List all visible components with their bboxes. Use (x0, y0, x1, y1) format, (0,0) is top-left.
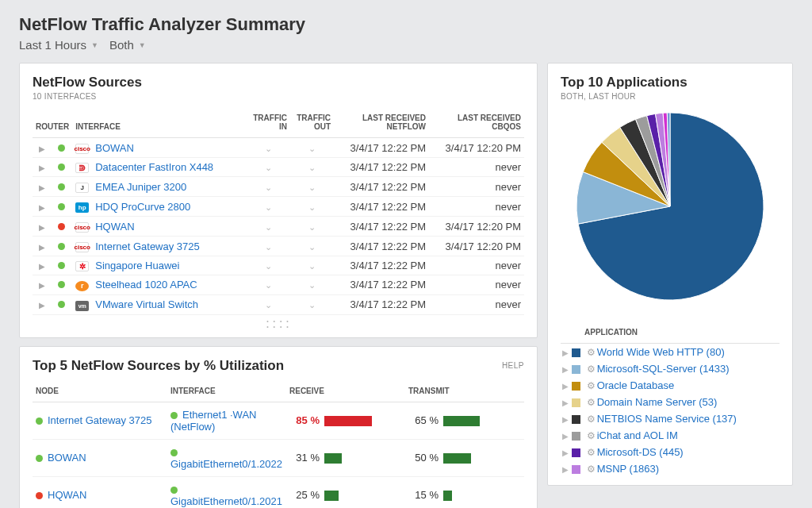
expand-icon[interactable]: ▶ (562, 398, 572, 407)
netflow-sources-panel: NetFlow Sources 10 INTERFACES ROUTER INT… (19, 63, 538, 338)
netflow-time: 3/4/17 12:22 PM (334, 294, 429, 314)
expand-icon[interactable]: ▶ (562, 348, 572, 357)
netflow-time: 3/4/17 12:22 PM (334, 197, 429, 217)
chevron-down-icon[interactable]: ⌄ (265, 222, 272, 232)
application-link[interactable]: Oracle Database (597, 379, 675, 391)
expand-icon[interactable]: ▶ (39, 243, 45, 252)
expand-icon[interactable]: ▶ (39, 164, 45, 172)
node-link[interactable]: HQWAN (48, 489, 86, 501)
expand-icon[interactable]: ▶ (562, 365, 572, 374)
expand-icon[interactable]: ▶ (562, 448, 572, 457)
interface-link[interactable]: BOWAN (95, 142, 134, 154)
expand-icon[interactable]: ▶ (39, 301, 45, 310)
chevron-down-icon[interactable]: ⌄ (265, 261, 272, 271)
direction-filter[interactable]: Both ▼ (109, 38, 146, 52)
chevron-down-icon[interactable]: ⌄ (308, 242, 316, 252)
chevron-down-icon[interactable]: ⌄ (308, 183, 316, 192)
interface-link[interactable]: Steelhead 1020 APAC (95, 279, 197, 291)
interface-link[interactable]: HQWAN (95, 221, 134, 233)
application-link[interactable]: iChat and AOL IM (597, 429, 678, 441)
application-link[interactable]: Microsoft-DS (445) (597, 446, 684, 458)
node-link[interactable]: Internet Gateway 3725 (48, 414, 152, 426)
col-node: NODE (33, 382, 167, 402)
list-item: ▶ ⚙Microsoft-DS (445) (561, 444, 779, 460)
panel-title: NetFlow Sources (33, 75, 524, 90)
cbqos-time: 3/4/17 12:20 PM (429, 217, 524, 237)
application-link[interactable]: MSNP (1863) (597, 463, 660, 475)
expand-icon[interactable]: ▶ (39, 203, 45, 212)
utilization-table: NODE INTERFACE RECEIVE TRANSMIT Internet… (33, 382, 524, 509)
interface-link[interactable]: Internet Gateway 3725 (95, 241, 200, 252)
chevron-down-icon[interactable]: ⌄ (265, 202, 272, 212)
chevron-down-icon[interactable]: ⌄ (308, 163, 316, 172)
time-filter[interactable]: Last 1 Hours ▼ (19, 38, 98, 52)
help-link[interactable]: HELP (502, 361, 524, 370)
netflow-time: 3/4/17 12:22 PM (334, 217, 429, 237)
chevron-down-icon[interactable]: ⌄ (265, 300, 272, 310)
expand-icon[interactable]: ▶ (39, 262, 45, 271)
list-item: ▶ ⚙Microsoft-SQL-Server (1433) (561, 360, 779, 377)
chevron-down-icon[interactable]: ⌄ (265, 163, 272, 172)
col-interface: INTERFACE (72, 109, 247, 138)
expand-icon[interactable]: ▶ (562, 415, 572, 424)
interface-link[interactable]: Datacenter FastIron X448 (95, 161, 213, 173)
application-link[interactable]: World Wide Web HTTP (80) (597, 346, 725, 358)
interface-link[interactable]: GigabitEthernet0/1.2021 (170, 495, 282, 507)
interface-link[interactable]: EMEA Juniper 3200 (95, 181, 186, 193)
gear-icon[interactable]: ⚙ (587, 430, 596, 441)
chevron-down-icon[interactable]: ⌄ (308, 261, 316, 271)
table-row: ▶ciscoHQWAN⌄⌄3/4/17 12:22 PM3/4/17 12:20… (33, 217, 524, 237)
netflow-time: 3/4/17 12:22 PM (334, 158, 429, 177)
huawei-vendor-icon: ✲ (75, 261, 89, 271)
expand-icon[interactable]: ▶ (562, 432, 572, 441)
cbqos-time: 3/4/17 12:20 PM (429, 237, 524, 256)
top-apps-panel: Top 10 Applications BOTH, LAST HOUR APPL… (547, 63, 793, 486)
interface-link[interactable]: Singapore Huawei (95, 260, 179, 271)
cbqos-time: never (429, 294, 524, 314)
chevron-down-icon[interactable]: ⌄ (265, 144, 272, 153)
chevron-down-icon[interactable]: ⌄ (308, 144, 316, 153)
cisco-vendor-icon: cisco (75, 222, 89, 233)
interface-link[interactable]: GigabitEthernet0/1.2022 (170, 458, 282, 470)
gear-icon[interactable]: ⚙ (587, 347, 596, 358)
status-dot-icon (58, 203, 65, 210)
receive-percent: 31 % (289, 452, 324, 464)
application-link[interactable]: Domain Name Server (53) (597, 396, 718, 408)
direction-filter-label: Both (109, 38, 134, 52)
riverbed-vendor-icon: r (75, 281, 89, 291)
expand-icon[interactable]: ▶ (39, 223, 45, 232)
chevron-down-icon[interactable]: ⌄ (265, 280, 272, 290)
chevron-down-icon[interactable]: ⌄ (308, 280, 316, 290)
gear-icon[interactable]: ⚙ (587, 414, 596, 425)
chevron-down-icon[interactable]: ⌄ (308, 300, 316, 310)
status-dot-icon (36, 455, 43, 462)
resize-handle-icon[interactable]: • • • •• • • • (33, 318, 524, 329)
gear-icon[interactable]: ⚙ (587, 364, 596, 375)
interface-link[interactable]: Ethernet1 ·WAN (NetFlow) (170, 409, 256, 433)
chevron-down-icon[interactable]: ⌄ (265, 242, 272, 252)
application-link[interactable]: NETBIOS Name Service (137) (597, 413, 737, 425)
expand-icon[interactable]: ▶ (562, 382, 572, 391)
chevron-down-icon[interactable]: ⌄ (308, 202, 316, 212)
expand-icon[interactable]: ▶ (562, 465, 572, 474)
gear-icon[interactable]: ⚙ (587, 380, 596, 391)
interface-link[interactable]: VMware Virtual Switch (95, 298, 198, 310)
chevron-down-icon[interactable]: ⌄ (265, 183, 272, 192)
gear-icon[interactable]: ⚙ (587, 464, 596, 475)
expand-icon[interactable]: ▶ (39, 281, 45, 290)
legend-swatch-icon (572, 432, 580, 441)
col-receive: RECEIVE (286, 382, 405, 402)
table-row: HQWANGigabitEthernet0/1.202125 %15 % (33, 476, 524, 508)
gear-icon[interactable]: ⚙ (587, 397, 596, 408)
cbqos-time: never (429, 256, 524, 275)
col-netflow: LAST RECEIVED NETFLOW (334, 109, 429, 138)
chevron-down-icon[interactable]: ⌄ (308, 222, 316, 232)
gear-icon[interactable]: ⚙ (587, 447, 596, 458)
expand-icon[interactable]: ▶ (39, 144, 45, 153)
legend-swatch-icon (572, 382, 580, 391)
expand-icon[interactable]: ▶ (39, 183, 45, 192)
interface-link[interactable]: HDQ ProCurve 2800 (95, 201, 190, 213)
applications-legend: APPLICATION ▶ ⚙World Wide Web HTTP (80)▶… (561, 323, 779, 477)
application-link[interactable]: Microsoft-SQL-Server (1433) (597, 363, 730, 375)
node-link[interactable]: BOWAN (48, 452, 86, 464)
